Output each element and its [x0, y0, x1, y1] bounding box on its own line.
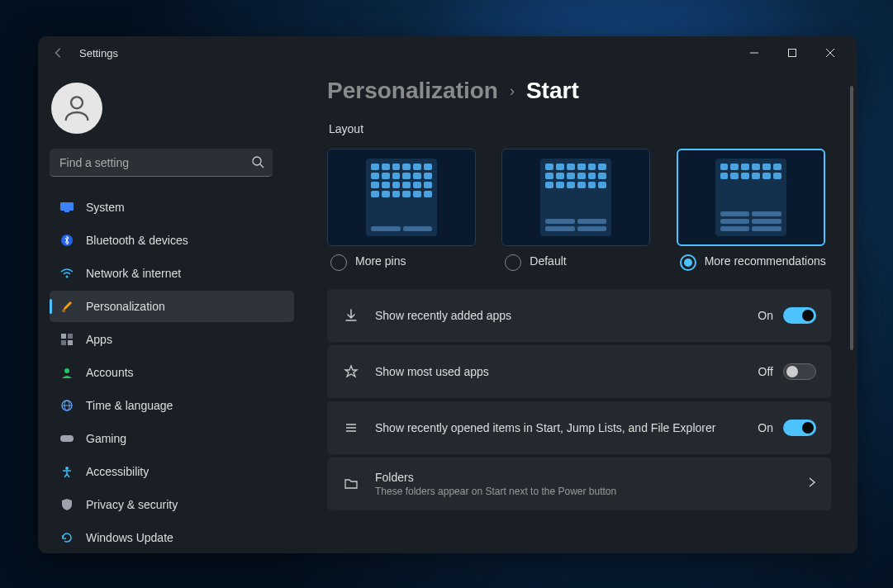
svg-rect-15 — [68, 340, 73, 345]
svg-rect-7 — [60, 202, 74, 211]
app-title: Settings — [79, 47, 118, 59]
layout-option-default[interactable]: Default — [501, 149, 656, 271]
svg-rect-12 — [61, 334, 66, 339]
sidebar-item-label: Network & internet — [86, 267, 181, 280]
search-field[interactable] — [50, 149, 299, 177]
layout-section-title: Layout — [329, 122, 831, 135]
apps-icon — [59, 332, 74, 347]
sidebar-item-label: Gaming — [86, 432, 126, 445]
layout-option-label: More pins — [355, 254, 406, 268]
sidebar-item-windows-update[interactable]: Windows Update — [50, 522, 294, 553]
user-avatar[interactable] — [51, 83, 102, 134]
star-icon — [342, 363, 360, 381]
svg-point-10 — [66, 276, 69, 278]
radio-checked-icon[interactable] — [680, 254, 696, 271]
settings-window: Settings System — [38, 36, 857, 553]
toggle-on[interactable] — [783, 307, 816, 324]
setting-sublabel: These folders appear on Start next to th… — [375, 486, 793, 497]
scrollbar[interactable] — [849, 86, 854, 545]
sidebar-item-gaming[interactable]: Gaming — [50, 423, 294, 454]
accessibility-icon — [59, 464, 74, 479]
sidebar: System Bluetooth & devices Network & int… — [38, 69, 311, 553]
toggle-state: On — [758, 309, 773, 322]
sidebar-item-label: Personalization — [86, 300, 165, 313]
layout-option-more-recommendations[interactable]: More recommendations — [677, 149, 831, 271]
sidebar-item-network[interactable]: Network & internet — [50, 258, 294, 289]
maximize-button[interactable] — [773, 40, 811, 66]
chevron-right-icon: › — [510, 83, 515, 100]
search-icon — [251, 155, 264, 172]
folder-icon — [342, 475, 360, 493]
sidebar-item-bluetooth[interactable]: Bluetooth & devices — [50, 225, 294, 256]
radio-unchecked-icon[interactable] — [505, 254, 521, 271]
sidebar-item-label: Accessibility — [86, 465, 149, 478]
sidebar-item-time-language[interactable]: Time & language — [50, 390, 294, 421]
svg-rect-14 — [61, 340, 66, 345]
layout-option-more-pins[interactable]: More pins — [327, 149, 482, 271]
page-title: Start — [526, 78, 579, 104]
sidebar-item-privacy[interactable]: Privacy & security — [50, 489, 294, 520]
back-button[interactable] — [46, 40, 71, 65]
setting-folders[interactable]: Folders These folders appear on Start ne… — [327, 458, 831, 510]
search-input[interactable] — [50, 149, 273, 177]
setting-label: Show recently opened items in Start, Jum… — [375, 421, 743, 434]
content-scroll[interactable]: Personalization › Start Layout — [327, 78, 849, 553]
layout-thumb — [501, 149, 650, 246]
paintbrush-icon — [59, 299, 74, 314]
svg-line-6 — [260, 164, 264, 168]
setting-recently-added[interactable]: Show recently added apps On — [327, 289, 831, 342]
svg-rect-8 — [64, 211, 69, 212]
toggle-on[interactable] — [783, 420, 816, 436]
display-icon — [59, 200, 74, 215]
setting-label: Show recently added apps — [375, 309, 743, 322]
layout-options: More pins Default — [327, 149, 831, 271]
sidebar-item-accounts[interactable]: Accounts — [50, 357, 294, 388]
sidebar-item-label: Windows Update — [86, 531, 173, 544]
sidebar-item-label: Bluetooth & devices — [86, 234, 188, 247]
person-icon — [59, 365, 74, 380]
globe-icon — [59, 398, 74, 413]
svg-point-16 — [64, 368, 69, 373]
sidebar-item-label: System — [86, 201, 125, 214]
window-controls — [735, 40, 849, 66]
svg-point-5 — [253, 157, 261, 165]
gamepad-icon — [59, 431, 74, 446]
update-icon — [59, 530, 74, 545]
list-icon — [342, 419, 360, 437]
sidebar-item-personalization[interactable]: Personalization — [50, 291, 294, 322]
main-panel: Personalization › Start Layout — [311, 69, 857, 553]
layout-thumb — [677, 149, 825, 246]
sidebar-item-label: Apps — [86, 333, 112, 346]
download-icon — [342, 306, 360, 325]
setting-recent-items[interactable]: Show recently opened items in Start, Jum… — [327, 401, 831, 454]
wifi-icon — [59, 266, 74, 281]
sidebar-item-system[interactable]: System — [50, 192, 294, 223]
svg-point-21 — [65, 467, 69, 470]
radio-unchecked-icon[interactable] — [330, 254, 347, 271]
layout-option-label: More recommendations — [705, 254, 826, 268]
svg-rect-1 — [789, 50, 796, 57]
bluetooth-icon — [59, 233, 74, 248]
sidebar-item-apps[interactable]: Apps — [50, 324, 294, 355]
nav-list: System Bluetooth & devices Network & int… — [50, 192, 299, 553]
svg-rect-13 — [68, 334, 73, 339]
setting-label-wrap: Folders These folders appear on Start ne… — [375, 471, 793, 497]
toggle-state: Off — [758, 365, 773, 378]
breadcrumb: Personalization › Start — [327, 78, 831, 104]
minimize-button[interactable] — [735, 40, 773, 66]
shield-icon — [59, 497, 74, 512]
setting-most-used[interactable]: Show most used apps Off — [327, 345, 831, 398]
svg-rect-11 — [62, 310, 65, 312]
sidebar-item-label: Time & language — [86, 399, 173, 412]
titlebar: Settings — [38, 36, 857, 69]
svg-rect-20 — [60, 435, 74, 442]
chevron-right-icon — [808, 477, 816, 491]
setting-label: Folders — [375, 471, 793, 484]
breadcrumb-parent[interactable]: Personalization — [327, 78, 498, 104]
toggle-off[interactable] — [783, 363, 816, 380]
svg-point-4 — [71, 97, 83, 108]
sidebar-item-label: Accounts — [86, 366, 134, 379]
sidebar-item-accessibility[interactable]: Accessibility — [50, 456, 294, 487]
close-button[interactable] — [811, 40, 849, 66]
sidebar-item-label: Privacy & security — [86, 498, 178, 511]
